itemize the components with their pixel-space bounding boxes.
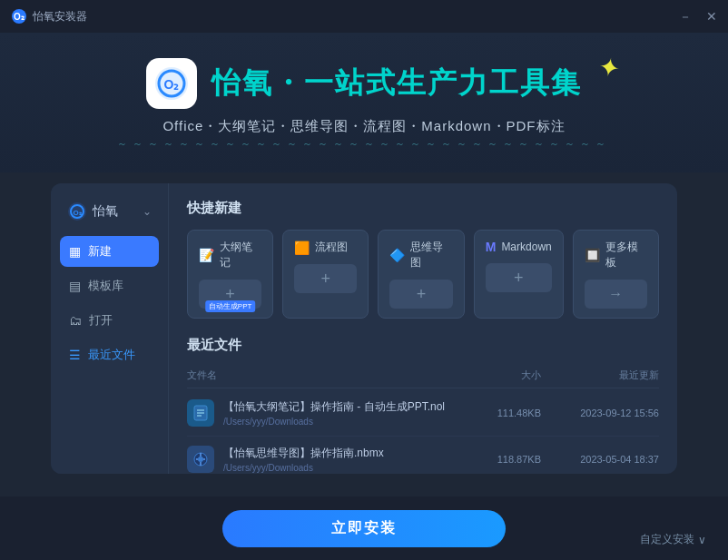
mindmap-file-svg — [192, 451, 209, 467]
markdown-add-button[interactable]: + — [486, 263, 552, 292]
main-content-panel: O₂ 怡氧 ⌄ ▦ 新建 ▤ 模板库 🗂 打开 ☰ 最近文件 — [51, 183, 677, 474]
quick-card-markdown-header: M Markdown — [486, 240, 552, 254]
quick-card-mindmap-header: 🔷 思维导图 — [389, 240, 452, 270]
outline-card-label: 大纲笔记 — [220, 240, 261, 270]
flowchart-card-label: 流程图 — [315, 240, 348, 255]
sidebar-item-templates-label: 模板库 — [88, 278, 123, 294]
files-header-row: 文件名 大小 最近更新 — [187, 367, 659, 388]
file-icon-outline — [187, 399, 214, 427]
quick-card-flowchart-header: 🟧 流程图 — [294, 240, 357, 255]
quick-card-mindmap[interactable]: 🔷 思维导图 + — [378, 230, 464, 319]
custom-install-arrow-icon: ∨ — [698, 534, 706, 546]
sidebar-logo-icon: O₂ — [67, 201, 87, 221]
quick-create-title: 快捷新建 — [187, 200, 659, 217]
col-header-size: 大小 — [459, 368, 541, 382]
outline-badge: 自动生成PPT — [205, 300, 256, 312]
sidebar-item-recent[interactable]: ☰ 最近文件 — [60, 339, 159, 370]
svg-text:O₂: O₂ — [14, 12, 25, 22]
quick-card-markdown[interactable]: M Markdown + — [474, 230, 564, 319]
col-header-date: 最近更新 — [541, 368, 659, 382]
open-icon: 🗂 — [69, 313, 82, 328]
svg-point-13 — [198, 457, 203, 462]
hero-subtitle: Office・大纲笔记・思维导图・流程图・Markdown・PDF标注 — [0, 118, 728, 135]
col-header-name: 文件名 — [187, 368, 459, 382]
more-card-icon: 🔲 — [585, 248, 600, 262]
hero-section: ✦ O₂ 怡氧・一站式生产力工具集 Office・大纲笔记・思维导图・流程图・M… — [0, 33, 728, 172]
outline-add-button[interactable]: + 自动生成PPT — [199, 280, 261, 309]
title-bar-controls: － ✕ — [679, 10, 717, 23]
main-wrapper: O₂ 怡氧 ⌄ ▦ 新建 ▤ 模板库 🗂 打开 ☰ 最近文件 — [0, 172, 728, 546]
file-path-2: /Users/yyy/Downloads — [223, 463, 459, 473]
quick-card-outline[interactable]: 📝 大纲笔记 + 自动生成PPT — [187, 230, 273, 319]
custom-install-button[interactable]: 自定义安装 ∨ — [640, 532, 706, 547]
file-date-2: 2023-05-04 18:37 — [541, 454, 659, 465]
templates-icon: ▤ — [69, 279, 81, 293]
close-button[interactable]: ✕ — [706, 10, 717, 23]
file-row-1[interactable]: 【怡氧大纲笔记】操作指南 - 自动生成PPT.nol /Users/yyy/Do… — [187, 390, 659, 437]
title-bar-left: O₂ 怡氧安装器 — [11, 8, 87, 25]
file-size-1: 111.48KB — [459, 408, 541, 418]
quick-card-flowchart[interactable]: 🟧 流程图 + — [282, 230, 369, 319]
sidebar-header: O₂ 怡氧 ⌄ — [60, 196, 159, 227]
hero-tagline: 怡氧・一站式生产力工具集 — [212, 64, 582, 103]
mindmap-card-label: 思维导图 — [410, 240, 452, 270]
quick-create-row: 📝 大纲笔记 + 自动生成PPT 🟧 流程图 + — [187, 230, 659, 319]
file-name-1: 【怡氧大纲笔记】操作指南 - 自动生成PPT.nol — [223, 399, 459, 415]
quick-card-outline-header: 📝 大纲笔记 — [199, 240, 261, 270]
more-card-label: 更多模板 — [605, 240, 647, 270]
sidebar-item-recent-label: 最近文件 — [88, 347, 135, 363]
flowchart-card-icon: 🟧 — [294, 241, 310, 255]
title-bar: O₂ 怡氧安装器 － ✕ — [0, 0, 728, 33]
o2-logo-svg: O₂ — [153, 65, 190, 102]
file-info-1: 【怡氧大纲笔记】操作指南 - 自动生成PPT.nol /Users/yyy/Do… — [223, 399, 459, 427]
markdown-card-label: Markdown — [501, 241, 551, 253]
sidebar-item-open-label: 打开 — [89, 312, 113, 329]
panel: 快捷新建 📝 大纲笔记 + 自动生成PPT 🟧 — [169, 183, 677, 474]
new-icon: ▦ — [69, 244, 81, 259]
hero-logo-icon: O₂ — [146, 58, 197, 109]
sidebar-app-name: 怡氧 — [93, 203, 118, 220]
footer: 立即安装 自定义安装 ∨ — [0, 496, 728, 560]
sidebar-item-open[interactable]: 🗂 打开 — [60, 305, 159, 336]
sidebar: O₂ 怡氧 ⌄ ▦ 新建 ▤ 模板库 🗂 打开 ☰ 最近文件 — [51, 183, 169, 474]
recent-files-title: 最近文件 — [187, 337, 659, 354]
sidebar-item-new-label: 新建 — [88, 243, 112, 260]
more-arrow-button[interactable]: → — [585, 280, 647, 309]
hero-wave-decoration: ～～～～～～～～～～～～～～～～～～～～～～～～～～～～～～～～ — [0, 137, 728, 151]
recent-files-section: 最近文件 文件名 大小 最近更新 — [187, 337, 659, 474]
file-row-2[interactable]: 【怡氧思维导图】操作指南.nbmx /Users/yyy/Downloads 1… — [187, 437, 659, 474]
custom-install-label: 自定义安装 — [640, 532, 694, 547]
minimize-button[interactable]: － — [679, 10, 692, 23]
file-date-1: 2023-09-12 15:56 — [541, 408, 659, 418]
outline-card-icon: 📝 — [199, 248, 214, 262]
quick-card-more[interactable]: 🔲 更多模板 → — [573, 230, 659, 319]
outline-file-svg — [192, 405, 209, 421]
recent-icon: ☰ — [69, 348, 81, 362]
sidebar-item-new[interactable]: ▦ 新建 — [60, 236, 159, 267]
svg-text:O₂: O₂ — [164, 77, 180, 92]
sidebar-arrow-icon: ⌄ — [143, 205, 152, 218]
mindmap-card-icon: 🔷 — [389, 248, 405, 262]
svg-text:O₂: O₂ — [73, 209, 82, 217]
markdown-card-icon: M — [486, 240, 497, 254]
sidebar-item-templates[interactable]: ▤ 模板库 — [60, 270, 159, 301]
file-name-2: 【怡氧思维导图】操作指南.nbmx — [223, 446, 459, 461]
quick-card-more-header: 🔲 更多模板 — [585, 240, 647, 270]
title-bar-text: 怡氧安装器 — [33, 9, 87, 25]
file-size-2: 118.87KB — [459, 454, 541, 465]
app-logo-icon: O₂ — [11, 8, 27, 25]
install-button[interactable]: 立即安装 — [222, 510, 506, 547]
flowchart-add-button[interactable]: + — [294, 264, 357, 293]
file-info-2: 【怡氧思维导图】操作指南.nbmx /Users/yyy/Downloads — [223, 446, 459, 473]
file-icon-mindmap — [187, 446, 214, 473]
mindmap-add-button[interactable]: + — [389, 280, 452, 309]
file-path-1: /Users/yyy/Downloads — [223, 417, 459, 427]
